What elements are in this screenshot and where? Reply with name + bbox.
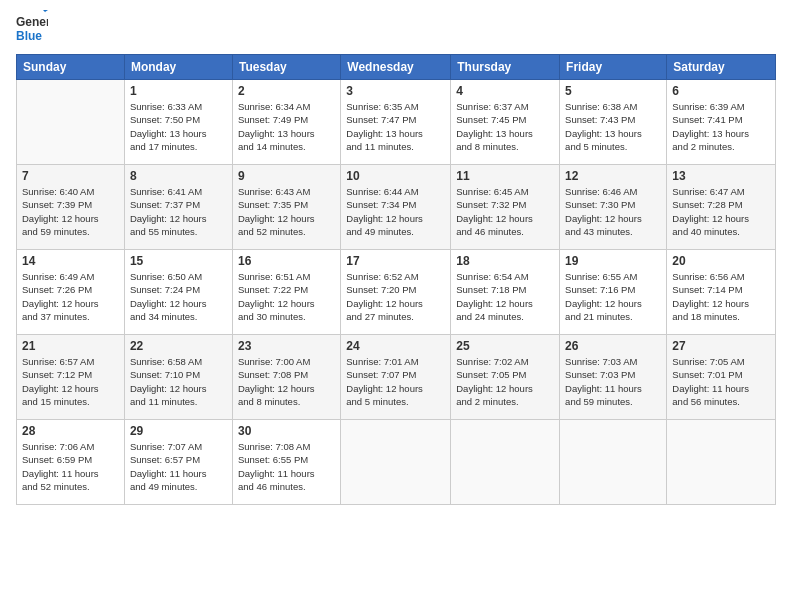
day-number: 17 [346,254,445,268]
day-number: 3 [346,84,445,98]
weekday-header-row: SundayMondayTuesdayWednesdayThursdayFrid… [17,55,776,80]
day-number: 2 [238,84,335,98]
day-number: 8 [130,169,227,183]
day-info: Sunrise: 6:49 AMSunset: 7:26 PMDaylight:… [22,270,119,323]
day-info: Sunrise: 6:46 AMSunset: 7:30 PMDaylight:… [565,185,661,238]
day-info: Sunrise: 7:00 AMSunset: 7:08 PMDaylight:… [238,355,335,408]
day-cell: 28Sunrise: 7:06 AMSunset: 6:59 PMDayligh… [17,420,125,505]
day-cell: 23Sunrise: 7:00 AMSunset: 7:08 PMDayligh… [232,335,340,420]
day-info: Sunrise: 6:43 AMSunset: 7:35 PMDaylight:… [238,185,335,238]
day-info: Sunrise: 6:33 AMSunset: 7:50 PMDaylight:… [130,100,227,153]
weekday-header-thursday: Thursday [451,55,560,80]
day-cell: 10Sunrise: 6:44 AMSunset: 7:34 PMDayligh… [341,165,451,250]
day-number: 12 [565,169,661,183]
day-number: 23 [238,339,335,353]
calendar-table: SundayMondayTuesdayWednesdayThursdayFrid… [16,54,776,505]
day-number: 28 [22,424,119,438]
week-row-2: 7Sunrise: 6:40 AMSunset: 7:39 PMDaylight… [17,165,776,250]
weekday-header-wednesday: Wednesday [341,55,451,80]
logo-general: General [16,15,48,29]
day-info: Sunrise: 6:56 AMSunset: 7:14 PMDaylight:… [672,270,770,323]
day-info: Sunrise: 6:39 AMSunset: 7:41 PMDaylight:… [672,100,770,153]
day-info: Sunrise: 6:38 AMSunset: 7:43 PMDaylight:… [565,100,661,153]
day-cell: 6Sunrise: 6:39 AMSunset: 7:41 PMDaylight… [667,80,776,165]
day-number: 13 [672,169,770,183]
day-cell: 2Sunrise: 6:34 AMSunset: 7:49 PMDaylight… [232,80,340,165]
day-info: Sunrise: 6:58 AMSunset: 7:10 PMDaylight:… [130,355,227,408]
day-number: 6 [672,84,770,98]
day-info: Sunrise: 7:08 AMSunset: 6:55 PMDaylight:… [238,440,335,493]
day-cell [341,420,451,505]
day-cell: 21Sunrise: 6:57 AMSunset: 7:12 PMDayligh… [17,335,125,420]
logo-graphic: General Blue [16,10,48,46]
day-cell: 11Sunrise: 6:45 AMSunset: 7:32 PMDayligh… [451,165,560,250]
day-cell: 3Sunrise: 6:35 AMSunset: 7:47 PMDaylight… [341,80,451,165]
logo-container: General Blue [16,10,48,46]
day-cell [17,80,125,165]
day-info: Sunrise: 6:50 AMSunset: 7:24 PMDaylight:… [130,270,227,323]
day-info: Sunrise: 7:02 AMSunset: 7:05 PMDaylight:… [456,355,554,408]
day-cell: 18Sunrise: 6:54 AMSunset: 7:18 PMDayligh… [451,250,560,335]
day-info: Sunrise: 6:52 AMSunset: 7:20 PMDaylight:… [346,270,445,323]
day-info: Sunrise: 6:47 AMSunset: 7:28 PMDaylight:… [672,185,770,238]
day-info: Sunrise: 6:45 AMSunset: 7:32 PMDaylight:… [456,185,554,238]
day-cell: 26Sunrise: 7:03 AMSunset: 7:03 PMDayligh… [560,335,667,420]
day-number: 20 [672,254,770,268]
weekday-header-sunday: Sunday [17,55,125,80]
day-number: 19 [565,254,661,268]
day-cell [560,420,667,505]
day-number: 27 [672,339,770,353]
day-number: 29 [130,424,227,438]
day-cell: 17Sunrise: 6:52 AMSunset: 7:20 PMDayligh… [341,250,451,335]
week-row-1: 1Sunrise: 6:33 AMSunset: 7:50 PMDaylight… [17,80,776,165]
day-number: 16 [238,254,335,268]
day-info: Sunrise: 6:40 AMSunset: 7:39 PMDaylight:… [22,185,119,238]
weekday-header-tuesday: Tuesday [232,55,340,80]
day-info: Sunrise: 6:51 AMSunset: 7:22 PMDaylight:… [238,270,335,323]
day-number: 22 [130,339,227,353]
day-cell: 15Sunrise: 6:50 AMSunset: 7:24 PMDayligh… [124,250,232,335]
day-number: 30 [238,424,335,438]
day-number: 4 [456,84,554,98]
day-info: Sunrise: 6:41 AMSunset: 7:37 PMDaylight:… [130,185,227,238]
day-cell: 5Sunrise: 6:38 AMSunset: 7:43 PMDaylight… [560,80,667,165]
day-cell: 1Sunrise: 6:33 AMSunset: 7:50 PMDaylight… [124,80,232,165]
day-number: 9 [238,169,335,183]
day-cell: 27Sunrise: 7:05 AMSunset: 7:01 PMDayligh… [667,335,776,420]
weekday-header-monday: Monday [124,55,232,80]
weekday-header-saturday: Saturday [667,55,776,80]
day-info: Sunrise: 6:54 AMSunset: 7:18 PMDaylight:… [456,270,554,323]
week-row-4: 21Sunrise: 6:57 AMSunset: 7:12 PMDayligh… [17,335,776,420]
day-info: Sunrise: 7:07 AMSunset: 6:57 PMDaylight:… [130,440,227,493]
day-number: 26 [565,339,661,353]
day-cell: 4Sunrise: 6:37 AMSunset: 7:45 PMDaylight… [451,80,560,165]
day-number: 7 [22,169,119,183]
day-info: Sunrise: 7:01 AMSunset: 7:07 PMDaylight:… [346,355,445,408]
day-number: 21 [22,339,119,353]
day-number: 18 [456,254,554,268]
page: General Blue SundayMondayTuesdayWednesda… [0,0,792,612]
logo-blue: Blue [16,29,42,43]
day-info: Sunrise: 7:06 AMSunset: 6:59 PMDaylight:… [22,440,119,493]
week-row-5: 28Sunrise: 7:06 AMSunset: 6:59 PMDayligh… [17,420,776,505]
day-info: Sunrise: 6:55 AMSunset: 7:16 PMDaylight:… [565,270,661,323]
day-info: Sunrise: 6:34 AMSunset: 7:49 PMDaylight:… [238,100,335,153]
day-cell: 9Sunrise: 6:43 AMSunset: 7:35 PMDaylight… [232,165,340,250]
day-number: 14 [22,254,119,268]
day-info: Sunrise: 6:44 AMSunset: 7:34 PMDaylight:… [346,185,445,238]
day-number: 10 [346,169,445,183]
day-info: Sunrise: 6:37 AMSunset: 7:45 PMDaylight:… [456,100,554,153]
day-cell: 30Sunrise: 7:08 AMSunset: 6:55 PMDayligh… [232,420,340,505]
day-number: 24 [346,339,445,353]
day-cell: 22Sunrise: 6:58 AMSunset: 7:10 PMDayligh… [124,335,232,420]
day-cell: 14Sunrise: 6:49 AMSunset: 7:26 PMDayligh… [17,250,125,335]
weekday-header-friday: Friday [560,55,667,80]
day-info: Sunrise: 7:05 AMSunset: 7:01 PMDaylight:… [672,355,770,408]
week-row-3: 14Sunrise: 6:49 AMSunset: 7:26 PMDayligh… [17,250,776,335]
day-number: 5 [565,84,661,98]
day-cell: 13Sunrise: 6:47 AMSunset: 7:28 PMDayligh… [667,165,776,250]
day-cell: 16Sunrise: 6:51 AMSunset: 7:22 PMDayligh… [232,250,340,335]
day-cell: 25Sunrise: 7:02 AMSunset: 7:05 PMDayligh… [451,335,560,420]
day-cell [451,420,560,505]
day-info: Sunrise: 6:57 AMSunset: 7:12 PMDaylight:… [22,355,119,408]
